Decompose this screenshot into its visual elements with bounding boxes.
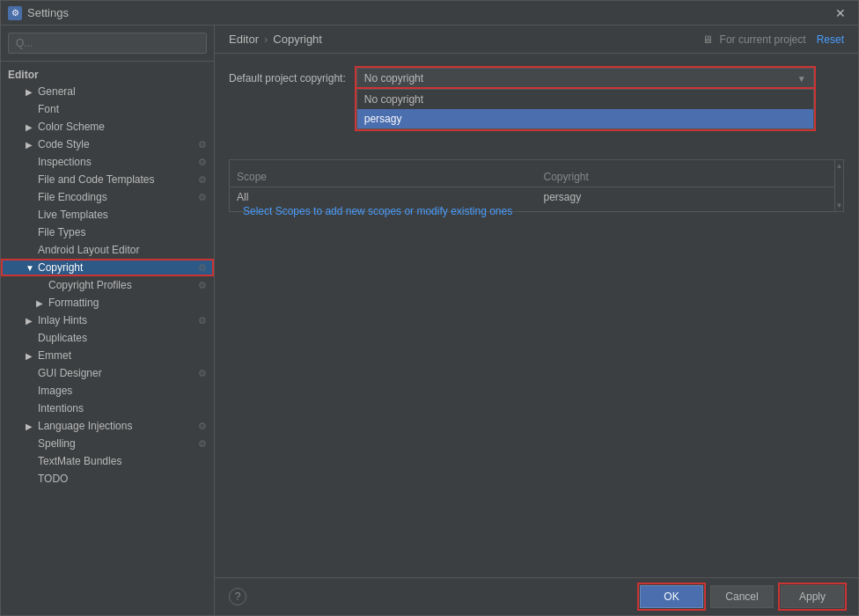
sidebar-item-label: Intentions bbox=[38, 402, 84, 414]
dropdown-menu: No copyright persagy bbox=[356, 89, 814, 129]
search-bar bbox=[1, 26, 214, 62]
sidebar-item-label: Live Templates bbox=[38, 209, 108, 221]
editor-section-header: Editor bbox=[1, 65, 214, 83]
sidebar-item-android-layout-editor[interactable]: Android Layout Editor bbox=[1, 241, 214, 259]
sidebar-item-label: Copyright Profiles bbox=[48, 279, 132, 291]
copyright-column-header: Copyright bbox=[537, 167, 844, 187]
sidebar-item-textmate-bundles[interactable]: TextMate Bundles bbox=[1, 452, 214, 470]
sidebar-item-images[interactable]: Images bbox=[1, 382, 214, 400]
sidebar-item-intentions[interactable]: Intentions bbox=[1, 400, 214, 417]
arrow-icon bbox=[36, 281, 45, 290]
scope-column-header: Scope bbox=[230, 167, 537, 187]
arrow-icon bbox=[26, 404, 34, 414]
scope-table-container: Scope Copyright All persagy bbox=[229, 159, 844, 212]
sidebar-item-label: Copyright bbox=[38, 261, 83, 274]
arrow-icon bbox=[26, 439, 34, 449]
sidebar-item-formatting[interactable]: ▶ Formatting bbox=[1, 294, 214, 312]
arrow-icon: ▶ bbox=[26, 140, 34, 150]
arrow-icon bbox=[26, 457, 34, 466]
reset-button[interactable]: Reset bbox=[817, 33, 844, 46]
arrow-icon bbox=[26, 246, 34, 255]
sidebar-item-duplicates[interactable]: Duplicates bbox=[1, 329, 214, 347]
arrow-icon bbox=[26, 105, 34, 114]
dropdown-item-no-copyright[interactable]: No copyright bbox=[357, 90, 813, 109]
default-copyright-row: Default project copyright: No copyright … bbox=[229, 68, 844, 89]
arrow-icon: ▶ bbox=[26, 422, 34, 431]
ok-button[interactable]: OK bbox=[640, 585, 703, 608]
sidebar-item-code-style[interactable]: ▶ Code Style ⚙ bbox=[1, 136, 214, 153]
copyright-dropdown[interactable]: No copyright bbox=[356, 68, 814, 89]
settings-icon: ⚙ bbox=[198, 315, 207, 326]
arrow-icon: ▶ bbox=[26, 122, 34, 132]
sidebar-item-label: Android Layout Editor bbox=[38, 244, 139, 256]
sidebar-item-label: Spelling bbox=[38, 437, 76, 450]
sidebar-item-label: Inlay Hints bbox=[38, 314, 87, 326]
cancel-button[interactable]: Cancel bbox=[710, 585, 774, 608]
sidebar-item-general[interactable]: ▶ General bbox=[1, 83, 214, 100]
sidebar-item-todo[interactable]: TODO bbox=[1, 470, 214, 488]
settings-icon: ⚙ bbox=[198, 139, 207, 150]
footer: ? OK Cancel Apply bbox=[215, 577, 858, 615]
sidebar-item-label: Images bbox=[38, 385, 72, 397]
sidebar-item-file-encodings[interactable]: File Encodings ⚙ bbox=[1, 188, 214, 206]
arrow-icon bbox=[26, 474, 34, 484]
apply-button[interactable]: Apply bbox=[781, 585, 844, 608]
sidebar-item-font[interactable]: Font bbox=[1, 100, 214, 118]
main-header: Editor › Copyright 🖥 For current project… bbox=[215, 26, 858, 54]
main-body: Default project copyright: No copyright … bbox=[215, 54, 858, 577]
settings-icon: ⚙ bbox=[198, 438, 207, 450]
titlebar: ⚙ Settings ✕ bbox=[1, 1, 858, 26]
sidebar-item-color-scheme[interactable]: ▶ Color Scheme bbox=[1, 118, 214, 136]
copyright-cell: persagy bbox=[537, 187, 844, 208]
select-scopes-link[interactable]: Select Scopes to add new scopes or modif… bbox=[243, 205, 512, 217]
table-scrollbar[interactable]: ▲ ▼ bbox=[834, 160, 843, 211]
sidebar-item-label: Code Style bbox=[38, 138, 90, 150]
settings-icon: ⚙ bbox=[198, 192, 207, 203]
sidebar-item-label: Formatting bbox=[48, 297, 99, 309]
sidebar-item-label: File Types bbox=[38, 226, 85, 238]
scroll-down-arrow[interactable]: ▼ bbox=[834, 200, 844, 211]
window-title: Settings bbox=[27, 6, 69, 19]
sidebar-item-inspections[interactable]: Inspections ⚙ bbox=[1, 153, 214, 171]
scroll-up-arrow[interactable]: ▲ bbox=[834, 160, 844, 172]
arrow-icon: ▶ bbox=[26, 351, 34, 361]
sidebar-item-gui-designer[interactable]: GUI Designer ⚙ bbox=[1, 364, 214, 382]
help-button[interactable]: ? bbox=[229, 588, 246, 605]
table-row: All persagy bbox=[230, 187, 843, 208]
breadcrumb-editor: Editor bbox=[229, 33, 259, 46]
settings-icon: ⚙ bbox=[198, 280, 207, 291]
arrow-icon bbox=[26, 334, 34, 343]
sidebar-item-label: TextMate Bundles bbox=[38, 455, 121, 467]
sidebar-item-label: Emmet bbox=[38, 349, 71, 362]
breadcrumb-separator: › bbox=[264, 33, 268, 46]
search-input[interactable] bbox=[8, 33, 207, 54]
arrow-icon: ▶ bbox=[26, 316, 34, 326]
sidebar-item-spelling[interactable]: Spelling ⚙ bbox=[1, 435, 214, 452]
sidebar-item-label: General bbox=[38, 85, 76, 98]
sidebar-item-copyright[interactable]: ▼ Copyright ⚙ bbox=[1, 259, 214, 276]
breadcrumb-copyright: Copyright bbox=[273, 33, 322, 46]
close-button[interactable]: ✕ bbox=[830, 4, 851, 22]
settings-icon: ⚙ bbox=[198, 368, 207, 379]
sidebar-item-inlay-hints[interactable]: ▶ Inlay Hints ⚙ bbox=[1, 312, 214, 329]
sidebar-item-label: File and Code Templates bbox=[38, 173, 155, 186]
arrow-icon bbox=[26, 158, 34, 167]
header-right: 🖥 For current project Reset bbox=[702, 33, 844, 46]
sidebar-item-emmet[interactable]: ▶ Emmet bbox=[1, 347, 214, 364]
sidebar-item-language-injections[interactable]: ▶ Language Injections ⚙ bbox=[1, 417, 214, 435]
settings-icon: ⚙ bbox=[198, 262, 207, 274]
scope-table: Scope Copyright All persagy bbox=[230, 167, 843, 207]
for-current-project-label: 🖥 For current project bbox=[702, 33, 805, 46]
arrow-icon bbox=[26, 369, 34, 378]
dropdown-item-persagy[interactable]: persagy bbox=[357, 109, 813, 128]
sidebar-item-file-types[interactable]: File Types bbox=[1, 224, 214, 241]
arrow-icon bbox=[26, 386, 34, 396]
sidebar-item-file-and-code-templates[interactable]: File and Code Templates ⚙ bbox=[1, 171, 214, 188]
settings-icon: ⚙ bbox=[198, 174, 207, 186]
sidebar-item-live-templates[interactable]: Live Templates bbox=[1, 206, 214, 224]
sidebar-content: Editor ▶ General Font ▶ Color Scheme bbox=[1, 62, 214, 615]
sidebar-item-label: Color Scheme bbox=[38, 121, 105, 133]
sidebar-item-copyright-profiles[interactable]: Copyright Profiles ⚙ bbox=[1, 276, 214, 294]
settings-icon: ⚙ bbox=[198, 157, 207, 168]
copyright-dropdown-container: No copyright No copyright persagy bbox=[356, 68, 814, 89]
